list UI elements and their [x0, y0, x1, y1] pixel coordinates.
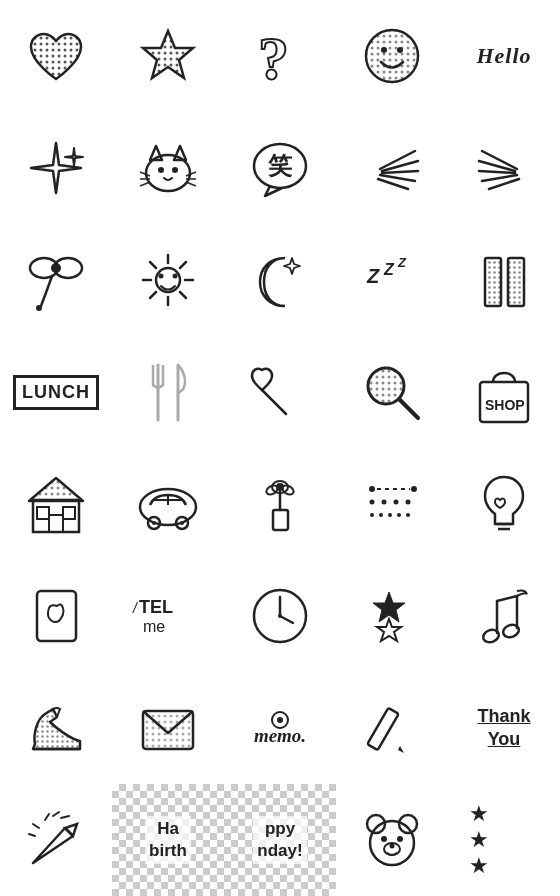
- svg-point-14: [172, 167, 178, 173]
- smiley-icon: [363, 27, 421, 85]
- svg-point-92: [379, 513, 383, 517]
- svg-text:Z: Z: [366, 265, 380, 287]
- svg-rect-78: [273, 510, 288, 530]
- house-icon: [25, 473, 87, 535]
- svg-line-120: [33, 824, 39, 828]
- question-icon: ?: [253, 24, 308, 89]
- two-stars-icon: [367, 589, 417, 644]
- svg-line-121: [29, 834, 35, 836]
- cell-zzz: Z Z Z: [336, 224, 448, 336]
- memo-label: memo.: [254, 725, 306, 747]
- svg-line-117: [45, 814, 49, 820]
- svg-line-47: [150, 292, 156, 298]
- cell-clock: [224, 560, 336, 672]
- cell-ppy-nday: ppynday!: [224, 784, 336, 896]
- svg-marker-66: [29, 478, 83, 501]
- cell-moon: [224, 224, 336, 336]
- svg-point-87: [370, 500, 375, 505]
- svg-rect-70: [49, 515, 63, 532]
- svg-text:Z: Z: [383, 261, 395, 278]
- cell-rays-right: [448, 112, 560, 224]
- cell-bow: [0, 224, 112, 336]
- svg-line-45: [180, 292, 186, 298]
- svg-line-30: [479, 171, 515, 173]
- ha-birth-label: Habirth: [145, 816, 191, 864]
- svg-point-125: [381, 836, 387, 842]
- svg-point-75: [180, 521, 184, 525]
- cell-shoe: [0, 672, 112, 784]
- svg-point-84: [369, 486, 375, 492]
- bow-icon: [26, 248, 86, 313]
- svg-point-7: [366, 30, 418, 82]
- dotted-line-icon: [362, 474, 422, 534]
- svg-line-25: [382, 171, 418, 173]
- utensils-icon: [143, 360, 193, 425]
- cell-shop-bag: SHOP: [448, 336, 560, 448]
- pillars-icon: [477, 250, 532, 310]
- svg-rect-55: [508, 258, 524, 306]
- svg-marker-104: [377, 619, 401, 641]
- cell-pencil: [336, 672, 448, 784]
- car-icon: [136, 477, 201, 532]
- svg-point-126: [397, 836, 403, 842]
- heart-icon: [26, 29, 86, 84]
- svg-point-95: [406, 513, 410, 517]
- svg-text:笑: 笑: [267, 152, 293, 179]
- svg-point-88: [382, 500, 387, 505]
- svg-point-90: [406, 500, 411, 505]
- svg-text:?: ?: [258, 24, 289, 89]
- svg-marker-49: [284, 258, 300, 274]
- cell-question: ?: [224, 0, 336, 112]
- cell-smiley: [336, 0, 448, 112]
- svg-point-83: [276, 483, 284, 491]
- svg-line-109: [497, 596, 517, 601]
- svg-point-115: [277, 717, 283, 723]
- magnifier-icon: [362, 362, 422, 422]
- cell-lunch: LUNCH: [0, 336, 112, 448]
- cell-heart: [0, 0, 112, 112]
- rays-left-icon: [360, 141, 425, 196]
- cell-two-stars: [336, 560, 448, 672]
- svg-point-35: [51, 263, 61, 273]
- svg-point-89: [394, 500, 399, 505]
- thank-you-label: ThankYou: [477, 706, 530, 749]
- svg-point-36: [36, 305, 42, 311]
- svg-point-8: [381, 47, 387, 53]
- cell-house: [0, 448, 112, 560]
- three-stars-label: ★ ★ ★: [469, 801, 539, 879]
- star-icon: [138, 26, 198, 86]
- bear-icon: [361, 809, 423, 871]
- phone-icon: [29, 586, 84, 646]
- svg-line-62: [399, 399, 418, 418]
- cell-tel-me: / TEL me: [112, 560, 224, 672]
- lollipop-heart-icon: [248, 362, 313, 422]
- shop-bag-icon: SHOP: [475, 360, 533, 425]
- svg-point-37: [156, 268, 180, 292]
- svg-line-44: [150, 262, 156, 268]
- cell-party-horn: [0, 784, 112, 896]
- music-icon: [475, 586, 533, 646]
- cell-sparkle: [0, 112, 112, 224]
- svg-point-73: [152, 521, 156, 525]
- cell-sun: [112, 224, 224, 336]
- svg-point-128: [390, 844, 395, 849]
- party-horn-icon: [25, 808, 87, 873]
- svg-line-27: [378, 179, 408, 189]
- cell-phone: [0, 560, 112, 672]
- hello-label: Hello: [476, 43, 531, 69]
- clock-icon: [251, 587, 309, 645]
- svg-point-94: [397, 513, 401, 517]
- tel-label: TEL: [139, 597, 173, 618]
- svg-line-119: [61, 816, 69, 818]
- zzz-icon: Z Z Z: [362, 253, 422, 308]
- moon-icon: [250, 250, 310, 310]
- cell-memo: memo.: [224, 672, 336, 784]
- svg-point-91: [370, 513, 374, 517]
- emoji-grid: ? Hello: [0, 0, 560, 896]
- cell-laugh-bubble: 笑: [224, 112, 336, 224]
- cell-car: [112, 448, 224, 560]
- svg-line-20: [186, 182, 196, 186]
- svg-text:Z: Z: [397, 255, 407, 270]
- cell-three-stars: ★ ★ ★: [448, 784, 560, 896]
- lightbulb-icon: [475, 472, 533, 537]
